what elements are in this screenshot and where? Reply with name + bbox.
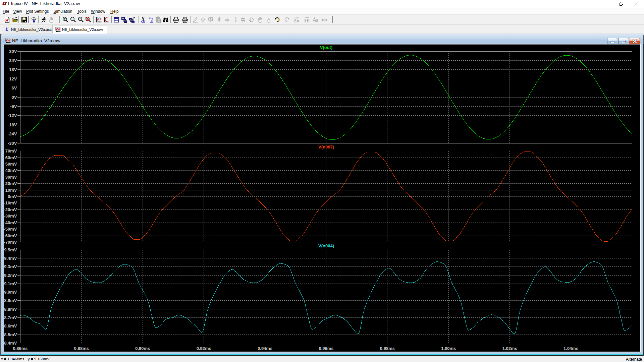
menu-plot-settings[interactable]: Plot Settings: [26, 8, 49, 14]
new-schematic-button[interactable]: [3, 16, 11, 23]
print-button[interactable]: [181, 16, 189, 23]
xtick-label: 1.04ms: [564, 346, 578, 351]
toolbar-separator: [170, 16, 171, 23]
schematic-icon: [4, 27, 10, 32]
window-titlebar[interactable]: LTspice IV - NE_Likhoradka_V2a.raw: [0, 0, 644, 8]
ytick-label: 9.0mV: [4, 290, 17, 295]
run-button[interactable]: [40, 16, 47, 23]
save-icon: [21, 16, 28, 23]
zoom-in-button[interactable]: [62, 16, 69, 23]
find-button[interactable]: [162, 16, 169, 23]
toolbar-separator: [191, 16, 191, 23]
find-icon: [162, 16, 169, 23]
capacitor-icon: [224, 16, 230, 23]
ytick-label: 8.9mV: [4, 298, 17, 303]
tab-label: NE_Likhoradka_V2a.raw: [62, 27, 103, 32]
zoom-out-icon: [77, 16, 84, 23]
mdi-minimize-button[interactable]: [607, 38, 617, 45]
trace-label[interactable]: V(n004): [318, 243, 334, 248]
xtick-label: 0.90ms: [135, 346, 150, 351]
mdi-titlebar[interactable]: NE_Likhoradka_V2a.raw: [1, 34, 643, 44]
plot-panel-V(n007): 70mV60mV50mV40mV30mV20mV10mV0mV-10mV-20m…: [4, 144, 632, 245]
component-button[interactable]: [248, 16, 255, 23]
inductor-button[interactable]: [231, 16, 238, 23]
ytick-label: -24V: [8, 131, 17, 136]
halt-button[interactable]: [48, 16, 55, 23]
tile-vertical-icon: [121, 16, 127, 23]
ytick-label: 70mV: [5, 148, 17, 154]
tile-vertical-button[interactable]: [120, 16, 128, 23]
trace-label[interactable]: V(out): [320, 45, 333, 50]
cut-button[interactable]: [140, 16, 147, 23]
save-button[interactable]: [20, 16, 28, 23]
text-button[interactable]: [312, 16, 319, 23]
move-button[interactable]: [256, 16, 264, 23]
menu-window[interactable]: Window: [91, 8, 105, 14]
waveform-plot-area[interactable]: 30V24V18V12V6V0V-6V-12V-18V-24V-30VV(out…: [1, 44, 643, 356]
zoom-full-extents-button[interactable]: [85, 16, 92, 23]
menu-tools[interactable]: Tools: [77, 8, 87, 14]
minimize-button[interactable]: [599, 0, 614, 8]
toolbar-separator: [59, 16, 60, 23]
toolbar-separator: [139, 16, 139, 23]
tile-horizontal-icon: [113, 16, 120, 23]
ytick-label: 12V: [9, 76, 17, 81]
ytick-label: -40mV: [4, 220, 17, 225]
xtick-label: 0.88ms: [74, 346, 89, 351]
plot-panel-V(out): 30V24V18V12V6V0V-6V-12V-18V-24V-30VV(out…: [8, 45, 632, 146]
menu-help[interactable]: Help: [110, 8, 119, 14]
halt-icon: [48, 16, 55, 23]
zoom-back-button[interactable]: [69, 16, 77, 23]
ground-icon: [200, 16, 206, 23]
ytick-label: 9.2mV: [4, 273, 17, 278]
ground-button[interactable]: [199, 16, 207, 23]
mdi-close-button[interactable]: [629, 38, 640, 45]
resistor-icon: [216, 16, 223, 23]
ytick-label: 8.7mV: [4, 315, 17, 320]
paste-button[interactable]: [155, 16, 162, 23]
rotate-button[interactable]: [293, 16, 300, 23]
control-panel-button[interactable]: [30, 16, 38, 23]
wire-button[interactable]: [192, 16, 199, 23]
ytick-label: -30mV: [4, 214, 17, 219]
rotate-icon: [293, 16, 300, 23]
control-panel-icon: [31, 16, 37, 23]
menu-view[interactable]: View: [13, 8, 22, 14]
tab-NE_Likhoradka_V2a.raw[interactable]: NE_Likhoradka_V2a.raw: [52, 25, 107, 34]
mdi-restore-button[interactable]: [618, 38, 628, 45]
ytick-label: 8.8mV: [4, 307, 17, 312]
resistor-button[interactable]: [216, 16, 223, 23]
open-button[interactable]: [11, 16, 18, 23]
close-icon: [635, 2, 638, 6]
trace-label[interactable]: V(n007): [318, 144, 334, 149]
zoom-out-button[interactable]: [77, 16, 85, 23]
copy-button[interactable]: [147, 16, 154, 23]
tile-horizontal-button[interactable]: [113, 16, 120, 23]
label-net-button[interactable]: [207, 16, 214, 23]
xtick-label: 1.00ms: [441, 346, 456, 351]
print-preview-button[interactable]: [172, 16, 180, 23]
redo-button[interactable]: [283, 16, 291, 23]
ytick-label: 18V: [9, 67, 17, 72]
diode-button[interactable]: [239, 16, 247, 23]
ytick-label: 0mV: [8, 194, 17, 199]
close-button[interactable]: [629, 0, 644, 8]
ytick-label: 20mV: [5, 181, 17, 186]
toolbar: [0, 15, 644, 25]
mirror-button[interactable]: [303, 16, 310, 23]
autorange-y-button[interactable]: [103, 16, 110, 23]
spice-directive-button[interactable]: [320, 16, 328, 23]
menu-simulation[interactable]: Simulation: [54, 8, 72, 14]
capacitor-button[interactable]: [223, 16, 231, 23]
drag-button[interactable]: [265, 16, 272, 23]
ytick-label: 24V: [9, 58, 17, 63]
plot-panes-button[interactable]: [95, 16, 102, 23]
text-icon: [312, 16, 319, 23]
undo-button[interactable]: [273, 16, 281, 23]
cascade-button[interactable]: [128, 16, 136, 23]
xtick-label: 0.98ms: [380, 346, 395, 351]
menu-file[interactable]: File: [3, 8, 9, 14]
restore-button[interactable]: [614, 0, 629, 8]
tab-NE_Likhoradka_V2a.asc[interactable]: NE_Likhoradka_V2a.asc: [2, 26, 52, 33]
restore-icon: [620, 2, 623, 6]
